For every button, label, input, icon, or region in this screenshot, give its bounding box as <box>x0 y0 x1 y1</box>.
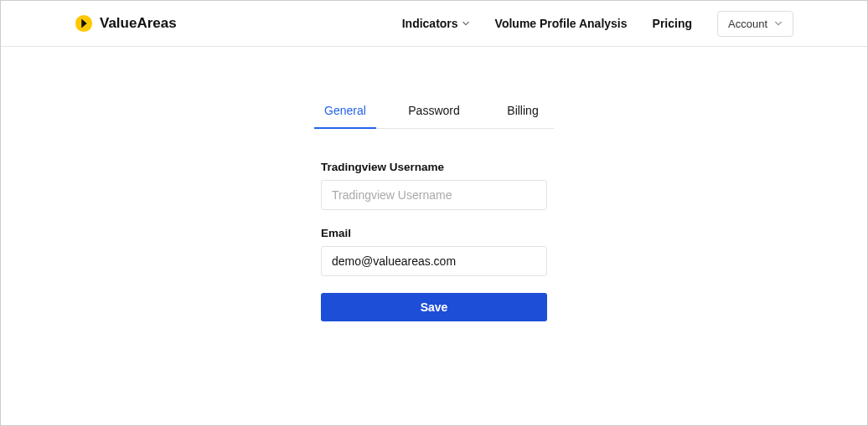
chevron-down-icon <box>462 19 470 28</box>
username-input[interactable] <box>321 180 547 210</box>
email-input[interactable] <box>321 246 547 276</box>
account-button[interactable]: Account <box>717 11 793 37</box>
brand-name: ValueAreas <box>100 15 177 32</box>
tab-billing[interactable]: Billing <box>492 97 554 128</box>
main-nav: Indicators Volume Profile Analysis Prici… <box>402 11 793 37</box>
logo-icon <box>75 14 93 33</box>
tab-password[interactable]: Password <box>376 97 492 128</box>
tab-general[interactable]: General <box>314 97 376 129</box>
nav-volume-profile-label: Volume Profile Analysis <box>495 17 628 30</box>
brand-logo[interactable]: ValueAreas <box>75 14 177 33</box>
save-button[interactable]: Save <box>321 293 547 321</box>
main-content: General Password Billing Tradingview Use… <box>1 47 867 321</box>
chevron-down-icon <box>774 19 783 28</box>
nav-pricing-label: Pricing <box>653 17 692 30</box>
nav-volume-profile[interactable]: Volume Profile Analysis <box>495 17 628 30</box>
nav-indicators-label: Indicators <box>402 17 458 30</box>
nav-indicators[interactable]: Indicators <box>402 17 470 30</box>
general-settings-form: Tradingview Username Email Save <box>321 161 547 321</box>
email-label: Email <box>321 227 547 239</box>
username-label: Tradingview Username <box>321 161 547 173</box>
account-button-label: Account <box>728 18 767 30</box>
nav-pricing[interactable]: Pricing <box>653 17 692 30</box>
header: ValueAreas Indicators Volume Profile Ana… <box>1 1 867 47</box>
settings-tabs: General Password Billing <box>314 97 554 129</box>
